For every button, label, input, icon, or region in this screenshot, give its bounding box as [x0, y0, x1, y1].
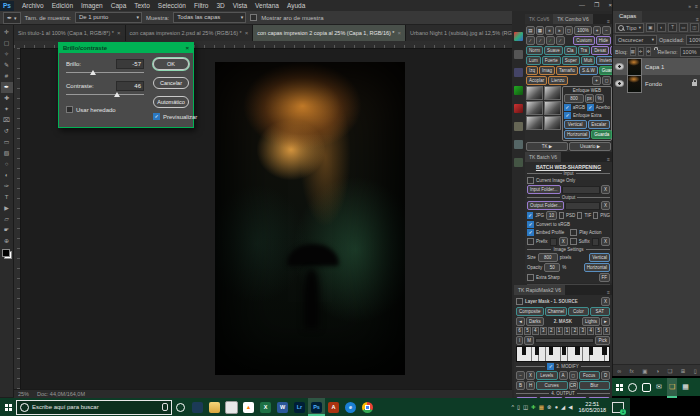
acerbo-checkbox[interactable]: ✓	[587, 104, 594, 111]
b-button[interactable]: B	[516, 381, 525, 390]
guarda-button[interactable]: Guarda	[591, 130, 612, 139]
app-icon[interactable]: ▦	[682, 378, 689, 396]
play-action-checkbox[interactable]	[570, 229, 577, 236]
tray-network-icon[interactable]: ◢	[561, 404, 565, 410]
zone-button[interactable]: 5	[595, 327, 602, 335]
healing-brush-tool-icon[interactable]: ✚	[1, 93, 13, 104]
cr-button[interactable]: CR	[569, 381, 578, 390]
imag-button[interactable]: Imag	[539, 66, 555, 75]
folder-icon[interactable]: ▤	[526, 26, 535, 35]
zone-button[interactable]: 2	[548, 327, 555, 335]
zone-button[interactable]: 2	[571, 327, 578, 335]
layer-name[interactable]: Fondo	[645, 81, 662, 87]
tab-tk-batch-v6[interactable]: TK Batch V6	[525, 152, 561, 162]
collapsed-panel-icon-settings[interactable]	[514, 158, 523, 167]
taskbar-app-task-view[interactable]	[172, 398, 189, 416]
tray-battery-icon[interactable]: ▯	[517, 404, 520, 410]
gradient-tool-icon[interactable]: ▧	[1, 148, 13, 159]
web-px[interactable]: px	[585, 94, 594, 103]
a-button[interactable]: A	[559, 371, 568, 380]
close-icon[interactable]: ×	[245, 30, 249, 36]
curves-button[interactable]: Curves	[536, 381, 568, 390]
embed-profile-checkbox[interactable]: ✓	[527, 229, 534, 236]
zoom-tool-icon[interactable]: ⊕	[1, 236, 13, 247]
collapsed-panel-icon-color[interactable]	[514, 32, 523, 41]
filter-kind-type-icon[interactable]: T	[668, 23, 677, 32]
srgb-checkbox[interactable]: ✓	[527, 221, 534, 228]
close-icon[interactable]: ×	[398, 30, 402, 36]
zone-button[interactable]: 6	[603, 327, 610, 335]
menu-archivo[interactable]: Archivo	[18, 0, 48, 11]
usuario-menu-button[interactable]: Usuario ▶	[569, 142, 611, 151]
sat-button[interactable]: SAT	[590, 307, 610, 316]
tray-app-icon[interactable]: ⊗	[547, 404, 552, 410]
darks-arrow-icon[interactable]: ◄	[516, 317, 525, 326]
file-explorer-icon[interactable]: ❏	[667, 378, 677, 396]
horizontal-button[interactable]: Horizontal	[584, 263, 610, 272]
blur-tool-icon[interactable]: ○	[1, 159, 13, 170]
hand-tool-icon[interactable]: ☛	[1, 225, 13, 236]
prev-icon[interactable]: «	[545, 26, 554, 35]
taskbar-app-mail[interactable]	[189, 398, 206, 416]
path-selection-tool-icon[interactable]: ▶	[1, 203, 13, 214]
slider-handle[interactable]	[90, 70, 96, 75]
layer-row-fondo[interactable]: Fondo	[613, 75, 700, 92]
eyedropper-tool-icon[interactable]: ✒	[1, 82, 13, 93]
tk-menu-button[interactable]: TK ▶	[526, 142, 568, 151]
next-icon[interactable]: »	[555, 26, 564, 35]
zone-button[interactable]: 5	[524, 327, 531, 335]
menu-ventana[interactable]: Ventana	[251, 0, 283, 11]
mask-thumb-button[interactable]	[526, 86, 543, 100]
layer-style-icon[interactable]: fx	[629, 368, 633, 374]
suffix-checkbox[interactable]	[570, 238, 577, 245]
type-tool-icon[interactable]: T	[1, 192, 13, 203]
lock-transparent-icon[interactable]: ▦	[630, 47, 636, 56]
collapsed-panel-icon-info[interactable]	[514, 68, 523, 77]
menu-seleccion[interactable]: Selección	[154, 0, 190, 11]
menu-capa[interactable]: Capa	[107, 0, 131, 11]
dodge-tool-icon[interactable]: ◐	[1, 170, 13, 181]
prefix-checkbox[interactable]	[527, 238, 534, 245]
current-image-only-checkbox[interactable]	[527, 177, 534, 184]
blend-mode-dropdown[interactable]: Oscurecer ▾	[615, 35, 657, 45]
vertical-button[interactable]: Vertical	[589, 253, 610, 262]
fuerte-button[interactable]: Fuerte	[542, 56, 561, 65]
menu-3d[interactable]: 3D	[212, 0, 228, 11]
mask-thumb-button[interactable]	[526, 116, 543, 130]
desat-button[interactable]: Desat	[591, 46, 609, 55]
ok-button[interactable]: OK	[153, 58, 189, 70]
taskbar-app-vlc[interactable]: ▲	[240, 398, 257, 416]
fit-screen-icon[interactable]: ◻	[565, 26, 574, 35]
active-tool-chip[interactable]: ✒ ▾	[3, 12, 21, 24]
history-brush-tool-icon[interactable]: ↺	[1, 126, 13, 137]
tab-tk-rapidmask2-v6[interactable]: TK RapidMask2 V6	[514, 285, 565, 295]
plus-icon[interactable]: +	[592, 76, 601, 85]
doc-tab-2[interactable]: con capas impresion 2.psd al 25% (RGB/16…	[126, 25, 254, 41]
extra-sharp-checkbox[interactable]	[527, 274, 534, 281]
start-button[interactable]	[616, 384, 623, 391]
layer-name[interactable]: Capa 1	[645, 64, 664, 70]
doc-tab-3-active[interactable]: con capas impresion 2 copia al 25% (Capa…	[253, 25, 406, 41]
size-value[interactable]: 800	[538, 253, 558, 262]
sample-size-dropdown[interactable]: De 1 punto ▾	[75, 12, 142, 23]
taskbar-app-word[interactable]: W	[274, 398, 291, 416]
doc-tab-4[interactable]: Urbano Night 1 (subida).jpg al 12,5% (RG…	[406, 25, 512, 41]
input-folder-button[interactable]: Input Folder...	[527, 185, 561, 194]
lock-position-icon[interactable]: ✥	[646, 47, 652, 56]
box-button[interactable]: ◻	[569, 371, 578, 380]
vertical-button[interactable]: Vertical	[564, 120, 587, 129]
psd-checkbox[interactable]	[559, 212, 564, 219]
eraser-tool-icon[interactable]: ▭	[1, 137, 13, 148]
tray-volume-icon[interactable]: ◀	[568, 404, 572, 410]
menu-texto[interactable]: Texto	[130, 0, 154, 11]
ff-button[interactable]: FF	[599, 273, 611, 282]
mask-thumb-button[interactable]	[544, 86, 561, 100]
collapsed-panel-icon-folder[interactable]	[514, 122, 523, 131]
quick-selection-tool-icon[interactable]: ✎	[1, 60, 13, 71]
zone-button[interactable]: 4	[532, 327, 539, 335]
tray-health-icon[interactable]: ✚	[531, 404, 536, 410]
mult-button[interactable]: Mult	[581, 56, 596, 65]
zone-button[interactable]: 3	[579, 327, 586, 335]
taskbar-app-notepad[interactable]	[223, 398, 240, 416]
mask-thumb-button[interactable]	[544, 101, 561, 115]
